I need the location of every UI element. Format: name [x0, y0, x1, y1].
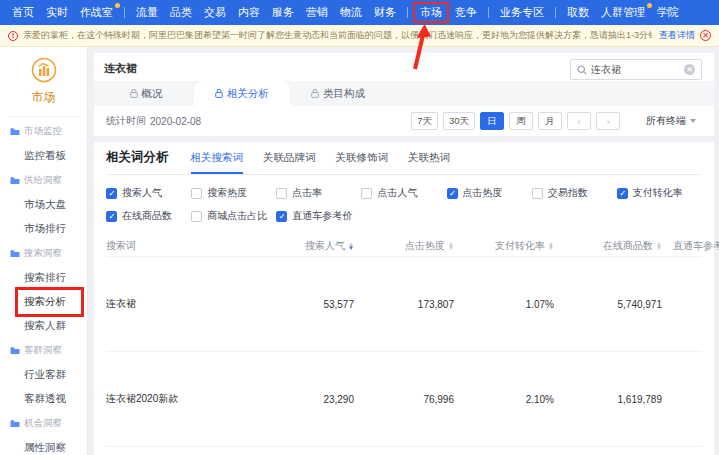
nav-item[interactable]: 学院 — [651, 3, 685, 22]
metric-checkbox[interactable]: 点击热度 — [447, 186, 532, 200]
nav-item-label: 取数 — [567, 6, 589, 18]
sidebar-group-header: 搜索洞察 — [0, 241, 87, 266]
page-tab[interactable]: 概况 — [98, 81, 194, 106]
nav-item[interactable]: 营销 — [300, 3, 334, 22]
nav-item[interactable]: 作战室 — [74, 3, 119, 22]
checkbox-icon — [191, 211, 202, 222]
table-column-header[interactable]: 直通车参考价▲▼ — [662, 239, 719, 253]
metric-checkbox[interactable]: 搜索人气 — [106, 186, 191, 200]
period-button[interactable]: 月 — [538, 112, 562, 130]
table-column-header[interactable]: 支付转化率▲▼ — [454, 239, 554, 253]
column-label: 搜索人气 — [305, 239, 345, 253]
page-tab-label: 概况 — [142, 87, 163, 101]
checkbox-icon — [191, 188, 202, 199]
keyword-search-box[interactable]: ✕ — [570, 59, 702, 80]
nav-item[interactable]: 竞争 — [449, 3, 483, 22]
sidebar-group-header: 机会洞察 — [0, 411, 87, 436]
period-chevron-button[interactable]: › — [596, 112, 620, 130]
metric-checkbox[interactable]: 直通车参考价 — [276, 209, 361, 223]
metric-checkbox[interactable]: 点击人气 — [361, 186, 446, 200]
sidebar: 市场 市场监控监控看板供给洞察市场大盘市场排行搜索洞察搜索排行搜索分析搜索人群客… — [0, 47, 88, 455]
stats-row: 统计时间 2020-02-08 7天30天日周月‹› 所有终端 — [94, 106, 714, 136]
nav-item[interactable]: 市场 — [413, 2, 449, 23]
analysis-tab[interactable]: 关联热词 — [408, 151, 450, 174]
nav-item-label: 物流 — [340, 6, 362, 18]
period-button[interactable]: 7天 — [411, 112, 438, 130]
nav-divider — [555, 7, 556, 18]
period-button[interactable]: 周 — [509, 112, 533, 130]
analysis-tab[interactable]: 关联修饰词 — [336, 151, 389, 174]
sidebar-item[interactable]: 搜索分析 — [0, 290, 87, 314]
page-tab-label: 类目构成 — [323, 87, 365, 101]
metric-checkbox[interactable]: 商城点击占比 — [191, 209, 276, 223]
notice-detail-link[interactable]: 查看详情 — [659, 29, 695, 42]
analysis-tab[interactable]: 相关搜索词 — [191, 151, 244, 174]
related-words-table: 搜索词搜索人气▲▼点击热度▲▼支付转化率▲▼在线商品数▲▼直通车参考价▲▼操作 … — [106, 232, 702, 455]
period-button[interactable]: 30天 — [443, 112, 475, 130]
metric-checkbox-grid: 搜索人气搜索热度点击率点击人气点击热度交易指数支付转化率在线商品数商城点击占比直… — [106, 175, 702, 230]
sidebar-item[interactable]: 搜索排行 — [0, 266, 87, 290]
metric-checkbox[interactable]: 在线商品数 — [106, 209, 191, 223]
value-cell: 23,290 — [258, 394, 354, 405]
table-column-header[interactable]: 在线商品数▲▼ — [554, 239, 662, 253]
table-column-header[interactable]: 搜索人气▲▼ — [258, 239, 354, 253]
sidebar-item[interactable]: 行业客群 — [0, 363, 87, 387]
nav-item[interactable]: 物流 — [334, 3, 368, 22]
page-tab[interactable]: 相关分析 — [194, 81, 290, 106]
nav-item[interactable]: 首页 — [6, 3, 40, 22]
folder-icon — [10, 346, 20, 355]
sidebar-item[interactable]: 市场排行 — [0, 217, 87, 241]
analysis-tab[interactable]: 关联品牌词 — [263, 151, 316, 174]
nav-item[interactable]: 业务专区 — [494, 3, 550, 22]
nav-item[interactable]: 内容 — [232, 3, 266, 22]
sidebar-item[interactable]: 搜索人群 — [0, 314, 87, 338]
value-cell: 1,619,789 — [554, 394, 662, 405]
nav-item[interactable]: 品类 — [164, 3, 198, 22]
nav-item[interactable]: 服务 — [266, 3, 300, 22]
metric-label: 点击率 — [292, 186, 322, 200]
table-header-row: 搜索词搜索人气▲▼点击热度▲▼支付转化率▲▼在线商品数▲▼直通车参考价▲▼操作 — [106, 232, 702, 256]
nav-item-label: 人群管理 — [601, 6, 645, 18]
value-cell: 2.10% — [454, 394, 554, 405]
metric-checkbox[interactable]: 搜索热度 — [191, 186, 276, 200]
nav-item[interactable]: 流量 — [130, 3, 164, 22]
sidebar-group-header: 客群洞察 — [0, 338, 87, 363]
checkbox-icon — [106, 188, 117, 199]
checkbox-icon — [361, 188, 372, 199]
nav-item[interactable]: 财务 — [368, 3, 402, 22]
period-chevron-button[interactable]: ‹ — [567, 112, 591, 130]
metric-label: 商城点击占比 — [207, 209, 267, 223]
page-tab[interactable]: 类目构成 — [290, 81, 386, 106]
value-cell: 5,740,971 — [554, 299, 662, 310]
period-button[interactable]: 日 — [480, 112, 504, 130]
close-icon[interactable]: ✕ — [700, 30, 711, 41]
stats-time-label: 统计时间 — [106, 114, 146, 128]
table-column-header[interactable]: 点击热度▲▼ — [354, 239, 454, 253]
metric-checkbox[interactable]: 交易指数 — [532, 186, 617, 200]
sidebar-item[interactable]: 属性洞察 — [0, 436, 87, 455]
value-cell: 0.44 — [662, 394, 719, 405]
terminal-select[interactable]: 所有终端 — [646, 114, 696, 128]
metric-label: 搜索热度 — [207, 186, 247, 200]
notification-badge-icon — [115, 3, 120, 8]
nav-item-label: 作战室 — [80, 6, 113, 18]
sidebar-item[interactable]: 客群透视 — [0, 387, 87, 411]
sidebar-item[interactable]: 市场大盘 — [0, 193, 87, 217]
sidebar-item-label: 搜索排行 — [24, 271, 66, 283]
keyword-search-input[interactable] — [591, 64, 680, 75]
sidebar-groups: 市场监控监控看板供给洞察市场大盘市场排行搜索洞察搜索排行搜索分析搜索人群客群洞察… — [0, 119, 87, 455]
nav-item[interactable]: 人群管理 — [595, 3, 651, 22]
clear-icon[interactable]: ✕ — [684, 64, 695, 75]
nav-item[interactable]: 交易 — [198, 3, 232, 22]
metric-checkbox[interactable]: 点击率 — [276, 186, 361, 200]
metric-label: 支付转化率 — [633, 186, 683, 200]
nav-item[interactable]: 取数 — [561, 3, 595, 22]
nav-item[interactable]: 实时 — [40, 3, 74, 22]
period-button-group: 7天30天日周月‹› — [406, 112, 620, 130]
sidebar-item[interactable]: 监控看板 — [0, 144, 87, 168]
nav-item-label: 学院 — [657, 6, 679, 18]
checkbox-icon — [617, 188, 628, 199]
metric-checkbox[interactable]: 支付转化率 — [617, 186, 702, 200]
metric-label: 搜索人气 — [122, 186, 162, 200]
sidebar-divider — [8, 116, 79, 117]
